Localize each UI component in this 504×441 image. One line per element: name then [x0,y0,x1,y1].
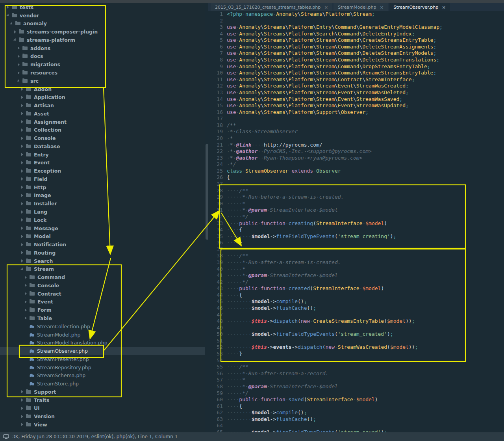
tree-item-Contract[interactable]: Contract [0,290,205,298]
code-line[interactable]: 5use·Anomaly\Streams\Platform\Stream\Com… [208,37,504,44]
chevron-collapsed-icon[interactable] [25,309,27,312]
code-line[interactable]: 13use·Anomaly\Streams\Platform\Stream\Ev… [208,89,504,96]
tree-item-Table[interactable]: Table [0,314,205,322]
tree-item-Installer[interactable]: Installer [0,199,205,208]
code-line[interactable]: 52········$this->events->dispatch(new·St… [208,344,504,351]
code-line[interactable]: 12use·Anomaly\Streams\Platform\Stream\Ev… [208,83,504,89]
code-line[interactable]: 59·····*/ [208,390,504,397]
tree-item-Assignment[interactable]: Assignment [0,118,205,126]
chevron-collapsed-icon[interactable] [25,316,27,320]
chevron-expanded-icon[interactable] [17,79,20,83]
chevron-collapsed-icon[interactable] [21,186,23,189]
code-line[interactable]: 1<?php·namespace·Anomaly\Streams\Platfor… [208,11,504,18]
code-line[interactable]: 14use·Anomaly\Streams\Platform\Stream\Ev… [208,96,504,103]
tree-item-Notification[interactable]: Notification [0,240,205,249]
tree-item-Console[interactable]: Console [0,281,205,290]
code-line[interactable]: 24·*/ [208,161,504,168]
chevron-collapsed-icon[interactable] [21,145,23,148]
chevron-collapsed-icon[interactable] [21,177,23,180]
chevron-expanded-icon[interactable] [13,38,17,42]
code-line[interactable]: 64 [208,422,504,429]
code-line[interactable]: 62········$model->compile(); [208,409,504,416]
tree-item-Lang[interactable]: Lang [0,208,205,216]
chevron-collapsed-icon[interactable] [18,71,20,74]
chevron-expanded-icon[interactable] [10,22,13,26]
code-line[interactable]: 6use·Anomaly\Streams\Platform\Stream\Com… [208,44,504,50]
tree-item-Console[interactable]: Console [0,134,205,142]
tree-item-addons[interactable]: addons [0,44,205,52]
tree-item-StreamModel.php[interactable]: StreamModel.php [0,331,205,339]
code-line[interactable]: 17 [208,115,504,122]
chevron-collapsed-icon[interactable] [18,47,20,50]
code-line[interactable]: 22·*·@author··PyroCMS,·Inc.·<support@pyr… [208,148,504,155]
code-line[interactable]: 38····/** [208,253,504,259]
chevron-collapsed-icon[interactable] [21,96,23,99]
code-line[interactable]: 4use·Anomaly\Streams\Platform\Search\Com… [208,31,504,37]
chevron-collapsed-icon[interactable] [21,251,23,254]
tree-item-tests[interactable]: tests [0,3,205,11]
close-icon[interactable]: × [442,5,446,10]
code-line[interactable]: 61····{ [208,403,504,410]
chevron-collapsed-icon[interactable] [21,87,23,91]
code-line[interactable]: 45········$model->compile(); [208,298,504,305]
tree-item-Addon[interactable]: Addon [0,85,205,93]
chevron-collapsed-icon[interactable] [21,415,23,418]
tree-item-StreamPresenter.php[interactable]: StreamPresenter.php [0,355,205,363]
code-line[interactable]: 50········$model->fireFieldTypeEvents('s… [208,331,504,338]
tree-item-migrations[interactable]: migrations [0,60,205,69]
close-icon[interactable]: × [380,5,384,10]
tree-item-Lock[interactable]: Lock [0,216,205,224]
code-line[interactable]: 56·····*·Run·after·stream·a·record. [208,370,504,377]
tab-2015_03_15_171620_create_streams_tables.php[interactable]: 2015_03_15_171620_create_streams_tables.… [211,3,332,11]
code-line[interactable]: 34····{ [208,227,504,233]
tree-item-Search[interactable]: Search [0,257,205,265]
code-line[interactable]: 42·····*/ [208,279,504,286]
chevron-collapsed-icon[interactable] [21,210,23,214]
chevron-collapsed-icon[interactable] [25,300,27,303]
chevron-collapsed-icon[interactable] [21,227,23,230]
code-line[interactable]: 26{ [208,174,504,181]
tree-item-Asset[interactable]: Asset [0,110,205,118]
code-line[interactable]: 53····} [208,351,504,357]
code-line[interactable]: 40·····* [208,266,504,273]
tree-item-streams-composer-plugin[interactable]: streams-composer-plugin [0,28,205,36]
chevron-expanded-icon[interactable] [6,14,10,17]
chevron-collapsed-icon[interactable] [21,235,23,238]
chevron-collapsed-icon[interactable] [21,194,23,197]
tree-item-View[interactable]: View [0,421,205,429]
tree-item-Event[interactable]: Event [0,298,205,306]
tree-item-Http[interactable]: Http [0,183,205,192]
code-line[interactable]: 10use·Anomaly\Streams\Platform\Stream\Co… [208,70,504,76]
code-line[interactable]: 9use·Anomaly\Streams\Platform\Stream\Com… [208,63,504,70]
tree-item-streams-platform[interactable]: streams-platform [0,36,205,44]
code-line[interactable]: 37 [208,246,504,253]
code-line[interactable]: 49 [208,325,504,331]
tree-item-Stream[interactable]: Stream [0,265,205,274]
tree-item-docs[interactable]: docs [0,52,205,61]
tree-item-Routing[interactable]: Routing [0,249,205,257]
chevron-collapsed-icon[interactable] [21,390,23,393]
code-line[interactable]: 18/** [208,122,504,129]
tree-item-Command[interactable]: Command [0,273,205,281]
tree-item-Collection[interactable]: Collection [0,126,205,134]
code-line[interactable]: 19·*·Class·StreamObserver [208,128,504,135]
chevron-collapsed-icon[interactable] [25,276,27,279]
code-line[interactable]: 25class·StreamObserver·extends·Observer [208,168,504,175]
tree-item-StreamModelTranslation.php[interactable]: StreamModelTranslation.php [0,339,205,347]
tree-item-src[interactable]: src [0,77,205,85]
chevron-collapsed-icon[interactable] [21,104,23,107]
code-line[interactable]: 58·····*·@param·StreamInterface·$model [208,383,504,390]
chevron-collapsed-icon[interactable] [21,218,23,221]
code-line[interactable]: 43····public·function·created(StreamInte… [208,285,504,292]
code-line[interactable]: 28····/** [208,188,504,194]
code-line[interactable]: 35········$model->fireFieldTypeEvents('s… [208,233,504,240]
tree-item-Image[interactable]: Image [0,192,205,200]
chevron-collapsed-icon[interactable] [25,284,27,287]
tree-item-StreamSchema.php[interactable]: StreamSchema.php [0,371,205,380]
code-line[interactable]: 32·····*/ [208,214,504,220]
code-line[interactable]: 39·····*·Run·after·a·stream·is·created. [208,259,504,266]
code-line[interactable]: 65········$model->fireFieldTypeEvents('s… [208,429,504,432]
tree-item-Artisan[interactable]: Artisan [0,101,205,110]
tree-item-Exception[interactable]: Exception [0,167,205,175]
code-line[interactable]: 8use·Anomaly\Streams\Platform\Stream\Com… [208,57,504,63]
